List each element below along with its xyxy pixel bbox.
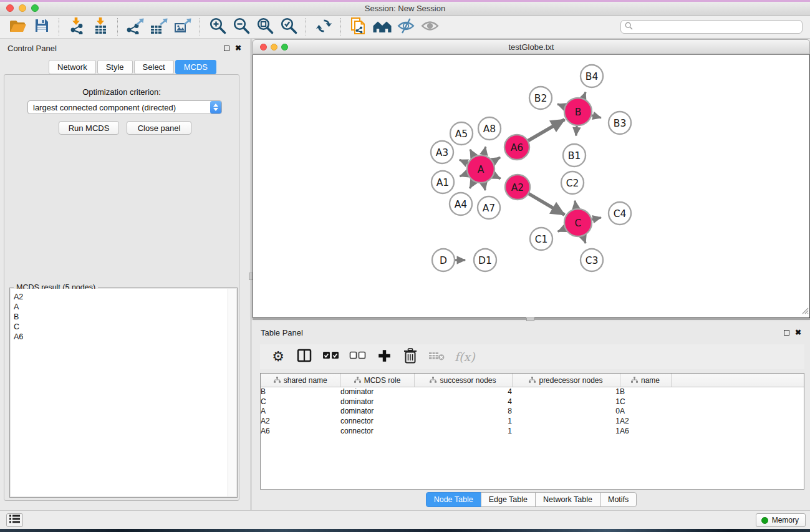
- table-cell[interactable]: 1: [512, 387, 620, 397]
- show-all-button[interactable]: [418, 16, 441, 37]
- column-header[interactable]: name: [620, 374, 671, 387]
- tab-motifs[interactable]: Motifs: [600, 492, 637, 507]
- table-cell[interactable]: dominator: [340, 407, 414, 417]
- result-list-scrollbar[interactable]: [228, 289, 236, 496]
- table-float-panel-icon[interactable]: [784, 330, 789, 336]
- column-header[interactable]: MCDS role: [340, 374, 414, 387]
- run-mcds-button[interactable]: Run MCDS: [59, 121, 119, 135]
- table-cell[interactable]: 1: [512, 427, 620, 437]
- tab-node-table[interactable]: Node Table: [426, 492, 481, 507]
- table-settings-button[interactable]: ⚙: [270, 347, 286, 366]
- select-all-rows-button[interactable]: [322, 347, 339, 366]
- export-network-button[interactable]: [123, 16, 147, 37]
- mcds-result-list[interactable]: A2ABCA6: [11, 289, 236, 496]
- search-field[interactable]: [620, 20, 803, 34]
- clone-network-button[interactable]: [347, 16, 370, 37]
- table-cell[interactable]: dominator: [340, 387, 414, 397]
- table-cell[interactable]: connector: [340, 417, 414, 427]
- toggle-column-panel-button[interactable]: [296, 347, 312, 366]
- column-header[interactable]: successor nodes: [414, 374, 512, 387]
- task-history-button[interactable]: [6, 513, 23, 527]
- table-cell[interactable]: A6: [620, 427, 671, 437]
- zoom-in-button[interactable]: [206, 16, 229, 37]
- network-view-window: testGlobe.txt AA1A2A3A4A5A6A7A8BB1B2B3B4…: [253, 39, 810, 318]
- zoom-selected-button[interactable]: [277, 16, 301, 37]
- result-list-item[interactable]: A6: [14, 332, 236, 342]
- export-image-button[interactable]: [171, 16, 195, 37]
- table-cell-filler: [671, 397, 804, 407]
- network-canvas[interactable]: AA1A2A3A4A5A6A7A8BB1B2B3B4CC1C2C3C4DD1: [253, 54, 810, 318]
- table-row[interactable]: A2connector11A2: [261, 417, 804, 427]
- dropdown-stepper-icon: [210, 101, 221, 114]
- close-panel-icon[interactable]: ✖: [235, 44, 241, 52]
- table-cell[interactable]: 4: [414, 387, 512, 397]
- add-column-button[interactable]: [376, 347, 392, 366]
- table-cell[interactable]: C: [261, 397, 340, 407]
- table-cell[interactable]: connector: [340, 427, 414, 437]
- import-network-button[interactable]: [65, 16, 89, 37]
- table-cell[interactable]: B: [261, 387, 340, 397]
- table-cell[interactable]: 1: [414, 427, 512, 437]
- tab-network-table[interactable]: Network Table: [535, 492, 600, 507]
- table-cell[interactable]: 4: [414, 397, 512, 407]
- table-cell[interactable]: 8: [414, 407, 512, 417]
- table-toolbar: ⚙f(x): [260, 344, 804, 369]
- result-list-item[interactable]: C: [14, 322, 236, 332]
- result-list-item[interactable]: A: [14, 302, 236, 312]
- close-panel-button[interactable]: Close panel: [127, 121, 191, 135]
- table-cell[interactable]: dominator: [340, 397, 414, 407]
- table-cell[interactable]: A: [261, 407, 340, 417]
- table-cell[interactable]: A: [620, 407, 671, 417]
- table-cell[interactable]: A2: [261, 417, 340, 427]
- first-neighbors-button[interactable]: [370, 16, 394, 37]
- hide-selected-icon: [397, 17, 415, 37]
- network-window-titlebar[interactable]: testGlobe.txt: [253, 39, 810, 54]
- table-cell[interactable]: B: [620, 387, 671, 397]
- column-header[interactable]: shared name: [261, 374, 340, 387]
- table-row[interactable]: A6connector11A6: [261, 427, 804, 437]
- delete-table-button[interactable]: [428, 347, 445, 366]
- save-session-button[interactable]: [30, 16, 54, 37]
- table-row[interactable]: Bdominator41B: [261, 387, 804, 397]
- float-panel-icon[interactable]: [224, 46, 229, 51]
- open-session-button[interactable]: [6, 16, 30, 37]
- result-list-item[interactable]: A2: [14, 292, 236, 302]
- memory-button[interactable]: Memory: [756, 513, 806, 527]
- hide-selected-button[interactable]: [394, 16, 418, 37]
- horizontal-split-handle[interactable]: [526, 317, 534, 321]
- zoom-out-button[interactable]: [229, 16, 253, 37]
- result-list-item[interactable]: B: [14, 312, 236, 322]
- delete-columns-button[interactable]: [402, 347, 418, 366]
- tab-style[interactable]: Style: [97, 60, 133, 74]
- tab-edge-table[interactable]: Edge Table: [481, 492, 536, 507]
- table-cell[interactable]: 0: [512, 407, 620, 417]
- deselect-all-rows-button[interactable]: [349, 347, 366, 366]
- import-table-icon: [92, 17, 109, 37]
- criterion-dropdown[interactable]: largest connected component (directed): [27, 100, 222, 114]
- column-header[interactable]: predecessor nodes: [512, 374, 620, 387]
- table-cell[interactable]: 1: [414, 417, 512, 427]
- function-builder-button[interactable]: f(x): [455, 347, 475, 366]
- table-cell[interactable]: 1: [512, 417, 620, 427]
- tab-mcds[interactable]: MCDS: [175, 60, 216, 74]
- table-cell[interactable]: A6: [261, 427, 340, 437]
- table-close-panel-icon[interactable]: ✖: [795, 329, 801, 336]
- table-row[interactable]: Cdominator41C: [261, 397, 804, 407]
- apply-layout-button[interactable]: [312, 16, 335, 37]
- table-row[interactable]: Adominator80A: [261, 407, 804, 417]
- table-cell[interactable]: A2: [620, 417, 671, 427]
- vertical-split-divider[interactable]: [250, 39, 252, 510]
- search-input[interactable]: [635, 22, 802, 32]
- tab-network[interactable]: Network: [49, 60, 96, 74]
- import-table-button[interactable]: [89, 16, 112, 37]
- table-cell[interactable]: 1: [512, 397, 620, 407]
- tab-select[interactable]: Select: [134, 60, 174, 74]
- export-table-button[interactable]: [147, 16, 171, 37]
- table-cell[interactable]: C: [620, 397, 671, 407]
- table-panel-title: Table Panel: [261, 328, 303, 337]
- first-neighbors-icon: [373, 19, 392, 36]
- node-table[interactable]: shared nameMCDS rolesuccessor nodesprede…: [260, 373, 804, 490]
- horizontal-split-divider[interactable]: [253, 318, 810, 320]
- fit-content-button[interactable]: [253, 16, 277, 37]
- resize-grip-icon[interactable]: [801, 306, 809, 317]
